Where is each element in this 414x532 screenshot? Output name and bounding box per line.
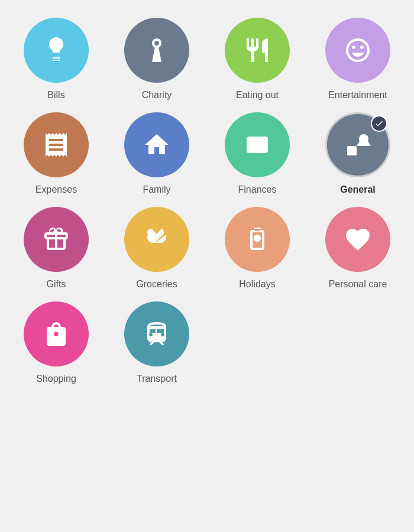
category-circle-finances [225,112,290,177]
entertainment-icon [344,36,372,64]
category-label-holidays: Holidays [239,279,275,290]
category-label-general: General [340,184,376,195]
expenses-icon [42,131,70,159]
category-item-charity[interactable]: Charity [109,18,204,100]
category-circle-general [325,112,390,177]
category-item-bills[interactable]: Bills [9,18,104,100]
general-icon [344,131,372,159]
category-circle-eating-out [225,18,290,83]
category-label-bills: Bills [47,90,64,100]
category-item-groceries[interactable]: Groceries [109,207,204,290]
category-item-shopping[interactable]: Shopping [9,301,104,384]
category-item-entertainment[interactable]: Entertainment [310,18,405,100]
check-icon [374,119,384,128]
category-item-holidays[interactable]: Holidays [210,207,305,290]
charity-icon [143,36,171,64]
category-circle-holidays [225,207,290,272]
category-label-personal-care: Personal care [329,279,387,290]
category-circle-transport [124,301,189,366]
category-label-shopping: Shopping [36,374,76,384]
category-label-transport: Transport [137,374,177,384]
category-item-personal-care[interactable]: Personal care [310,207,405,290]
category-label-charity: Charity [142,90,172,100]
finances-icon [243,131,271,159]
gifts-icon [42,225,70,254]
groceries-icon [143,225,171,254]
category-circle-personal-care [325,207,390,272]
shopping-icon [42,320,70,348]
category-item-expenses[interactable]: Expenses [9,112,104,195]
personal-care-icon [344,225,372,254]
category-item-gifts[interactable]: Gifts [9,207,104,290]
category-label-entertainment: Entertainment [328,90,387,100]
category-circle-entertainment [325,18,390,83]
category-circle-family [124,112,189,177]
category-grid: Bills Charity Eating out Enterta [9,18,405,384]
family-icon [143,131,171,159]
category-label-groceries: Groceries [136,279,177,290]
category-item-finances[interactable]: Finances [210,112,305,195]
category-item-transport[interactable]: Transport [109,301,204,384]
category-label-family: Family [143,184,170,195]
svg-rect-2 [347,146,357,155]
category-item-eating-out[interactable]: Eating out [210,18,305,100]
category-label-expenses: Expenses [35,184,77,195]
category-circle-groceries [124,207,189,272]
category-circle-charity [124,18,189,83]
selected-badge [371,115,387,132]
category-label-finances: Finances [238,184,277,195]
category-label-eating-out: Eating out [236,90,279,100]
category-circle-shopping [24,301,89,366]
transport-icon [143,320,171,348]
eating-out-icon [243,36,271,64]
category-item-family[interactable]: Family [109,112,204,195]
svg-marker-4 [357,134,371,146]
category-circle-bills [24,18,89,83]
category-circle-expenses [24,112,89,177]
category-item-general[interactable]: General [310,112,405,195]
category-circle-gifts [24,207,89,272]
holidays-icon [243,225,271,254]
bills-icon [42,36,70,64]
category-label-gifts: Gifts [47,279,66,290]
